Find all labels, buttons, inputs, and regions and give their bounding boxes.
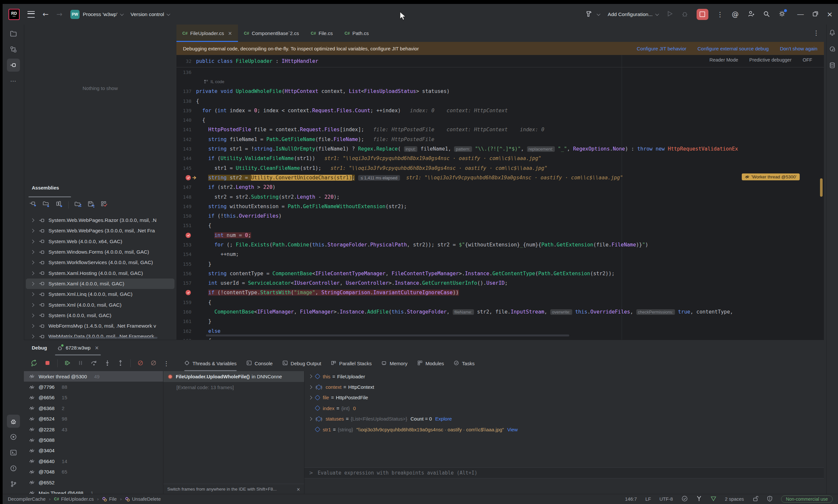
code-line[interactable]: 141 HttpPostedFile file = context.Reques… [176,125,824,134]
debug-tab-console[interactable]: Console [247,356,273,371]
step-out-icon[interactable] [117,360,124,367]
restore-icon[interactable] [813,11,818,18]
line-gutter[interactable]: 156 [176,271,196,276]
project-folder-icon[interactable] [7,27,20,40]
expand-chevron-icon[interactable] [31,292,34,296]
license-badge[interactable]: Non-commercial use [781,496,833,503]
hierarchy-triangle-icon[interactable] [710,496,716,503]
line-gutter[interactable]: 147 [176,184,196,190]
back-arrow-icon[interactable]: ← [42,10,49,18]
debug-tab-tasks[interactable]: Tasks [454,356,474,371]
thread-row[interactable]: Worker thread @530049 [24,371,163,382]
run-icon[interactable] [666,11,673,18]
line-gutter[interactable]: 141 [176,127,196,132]
editor-tab-path-cs[interactable]: C#Path.cs [339,24,375,42]
breadcrumb-item[interactable]: File [102,497,117,502]
more-vertical-icon[interactable]: ⋮ [717,11,724,18]
line-gutter[interactable]: 142 [176,137,196,142]
assembly-list-item[interactable]: System.Xml.Linq (4.0.0.0, msil, GAC) [24,289,176,300]
problems-icon[interactable] [7,462,20,475]
breakpoint-icon[interactable] [185,175,191,180]
code-line[interactable]: 140 { [176,115,824,125]
expand-chevron-icon[interactable] [308,385,312,389]
close-hint-icon[interactable]: × [297,487,300,492]
assembly-list-item[interactable]: System.Xml (4.0.0.0, msil, GAC) [24,300,176,310]
thread-row[interactable]: @3404 [24,446,163,456]
search-icon[interactable] [763,11,770,18]
code-viewport[interactable]: 136IL code137private void UploadWholeFil… [176,68,824,340]
assembly-list-item[interactable]: System.Web (4.0.0.0, x64, GAC) [24,236,176,247]
code-line[interactable]: 161 } [176,317,824,326]
code-line[interactable]: string str2 = Utility.ConvertUnicodeChar… [176,173,824,182]
line-gutter[interactable]: 139 [176,108,196,113]
code-line[interactable]: if (!contentType.StartsWith("image", Str… [176,288,824,298]
code-line[interactable]: 154 ++num; [176,250,824,259]
code-line[interactable]: 136 [176,68,824,77]
code-line[interactable]: 160 ComponentBase<IFileManager, FileMana… [176,307,824,317]
expand-chevron-icon[interactable] [31,335,34,338]
thread-row[interactable]: @704865 [24,467,163,477]
banner-link[interactable]: Configure external source debug [698,46,769,51]
line-gutter[interactable]: 153 [176,242,196,248]
stop-icon[interactable] [44,360,51,367]
variable-row[interactable]: str1 = {string} "\\oqi3o3fv9cpyquhbd6h8b… [304,424,824,435]
line-gutter[interactable]: 155 [176,262,196,267]
debug-tab-modules[interactable]: Modules [417,356,444,371]
run-configuration-selector[interactable]: Add Configuration... [608,12,658,17]
line-gutter[interactable]: 151 [176,223,196,228]
thread-row[interactable]: @6552 [24,477,163,488]
debug-tab-threads-variables[interactable]: Threads & Variables [184,356,237,371]
assembly-list-item[interactable]: System.Xaml (4.0.0.0, msil, GAC) [26,278,175,289]
close-icon[interactable]: × [827,10,833,18]
git-branch-icon[interactable] [7,478,20,490]
chevron-down-icon[interactable] [596,12,600,15]
line-gutter[interactable]: 137 [176,89,196,94]
step-into-icon[interactable] [104,360,111,367]
thread-row[interactable]: @63682 [24,403,163,413]
code-line[interactable]: 148 str2 = str2.Substring(str2.Length - … [176,192,824,202]
variable-row[interactable]: ()statuses = {List<FilesUploadStatus>} C… [304,414,824,424]
editor-tab-file-cs[interactable]: C#File.cs [305,24,338,42]
terminal-icon[interactable] [7,446,20,459]
assembly-list-item[interactable]: System (4.0.0.0, msil, GAC) [24,310,176,321]
highlighting-level-icon[interactable] [696,496,702,503]
code-line[interactable]: 149 string withoutExtension = Path.GetFi… [176,202,824,211]
variable-row[interactable]: this = FileUploader [304,371,824,382]
notifications-bell-icon[interactable] [829,29,836,37]
more-tool-windows-icon[interactable]: ⋯ [7,74,20,87]
tab-options-icon[interactable]: ⋮ [813,29,819,36]
expand-chevron-icon[interactable] [308,417,312,420]
expand-chevron-icon[interactable] [31,218,34,222]
more-vertical-icon[interactable]: ⋮ [163,360,169,367]
code-line[interactable]: 155 } [176,259,824,269]
expand-chevron-icon[interactable] [31,282,34,285]
assemblies-icon[interactable] [7,58,20,72]
expand-chevron-icon[interactable] [31,229,34,233]
code-line[interactable]: 139 for (int index = 0; index < context.… [176,106,824,115]
debug-tab-memory[interactable]: Memory [381,356,407,371]
banner-link[interactable]: Configure JIT behavior [637,46,686,51]
add-nuget-icon[interactable] [55,200,63,209]
debug-tool-icon[interactable] [7,415,20,428]
expand-chevron-icon[interactable] [31,313,34,317]
line-gutter[interactable]: 161 [176,319,196,324]
expand-chevron-icon[interactable] [31,303,34,307]
line-gutter[interactable]: 162 [176,328,196,334]
stack-frame-row[interactable]: FileUploader.UploadWholeFile() in DNNCon… [163,371,304,382]
editor-hscrollbar[interactable] [206,335,569,337]
thread-row[interactable]: @779688 [24,382,163,392]
code-line[interactable]: 163 { [176,336,824,340]
ai-chat-icon[interactable] [829,46,836,53]
main-menu-icon[interactable] [28,11,35,18]
code-line[interactable]: 137private void UploadWholeFile(HttpCont… [176,87,824,96]
services-icon[interactable] [7,430,20,444]
line-gutter[interactable]: 159 [176,300,196,305]
editor-tab-componentbase-2-cs[interactable]: C#ComponentBase`2.cs [238,24,305,42]
evaluate-expression-input[interactable]: > Evaluate expression with breakpoints a… [304,467,824,479]
editor-vscrollbar-marker[interactable] [820,178,823,197]
expand-chevron-icon[interactable] [31,250,34,254]
expand-chevron-icon[interactable] [308,375,312,378]
variable-row[interactable]: file = HttpPostedFile [304,392,824,403]
ai-assistant-icon[interactable]: @ [732,11,739,18]
line-gutter[interactable]: 143 [176,146,196,151]
